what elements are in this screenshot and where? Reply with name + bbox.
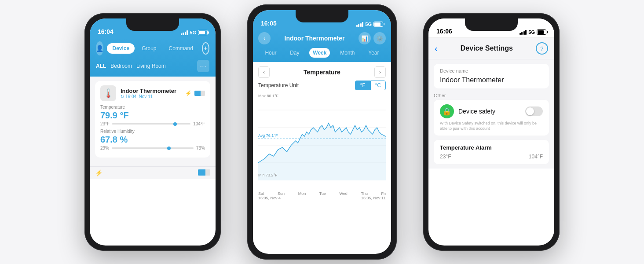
p3-battery-icon (537, 29, 546, 35)
tab-week[interactable]: Week (309, 48, 330, 58)
header-icons: 📊 ⚙️ (359, 32, 386, 44)
back-button[interactable]: ‹ (258, 32, 271, 44)
phone-3: 16:06 5G ‹ Device Settings (423, 13, 560, 251)
phone-2-time: 16:05 (261, 20, 277, 27)
humidity-row: Relative Humidity 67.8 % 29% 73% (100, 129, 205, 150)
chart-prev-button[interactable]: ‹ (258, 66, 270, 78)
device-list: 🌡️ Indoor Thermometer ↻ 16:04, Nov 11 ⚡ (90, 77, 216, 166)
label-thu: Thu (361, 191, 368, 196)
chart-x-labels: Sat Sun Mon Tue Wed Thu Fri (258, 191, 386, 196)
max-label: Max 80.1°F (258, 94, 386, 98)
chart-nav: ‹ Temperature › (258, 66, 386, 78)
temp-min-label: 23°F (100, 121, 110, 126)
settings-icon-button[interactable]: ⚙️ (373, 32, 386, 44)
hum-min-label: 29% (100, 146, 109, 150)
humidity-label: Relative Humidity (100, 129, 205, 134)
alarm-max: 104°F (529, 154, 543, 160)
device-icon: 🌡️ (100, 85, 116, 101)
date-start: 16:05, Nov 4 (258, 196, 281, 200)
filter-bedroom[interactable]: Bedroom (110, 63, 132, 69)
tab-year[interactable]: Year (365, 48, 382, 58)
device-card-header: 🌡️ Indoor Thermometer ↻ 16:04, Nov 11 ⚡ (100, 85, 205, 101)
p2-battery-fill (374, 22, 381, 26)
phone-1-notch (126, 18, 179, 31)
hum-track (112, 147, 194, 149)
tab-hour[interactable]: Hour (261, 48, 280, 58)
safety-title: Device safety (458, 108, 521, 115)
unit-fahrenheit-button[interactable]: °F (355, 81, 370, 90)
alarm-range: 23°F 104°F (440, 154, 543, 160)
tab-command[interactable]: Command (164, 43, 198, 54)
battery-fill (199, 31, 205, 34)
phone-3-status-icons: 5G (520, 29, 546, 35)
label-wed: Wed (339, 191, 347, 196)
phone-1-status-icons: 5G (181, 30, 208, 35)
device-name-label: Device name (440, 68, 543, 73)
p2-battery-icon (373, 22, 383, 27)
safety-description: With Device Safety switched on, this dev… (440, 121, 543, 131)
filter-all[interactable]: ALL (96, 63, 106, 69)
chart-next-button[interactable]: › (374, 66, 386, 78)
humidity-value: 67.8 % (100, 135, 205, 145)
safety-row: 🔒 Device safety (440, 104, 543, 118)
humidity-slider: 29% 73% (100, 146, 205, 150)
bottom-bt-icon: ⚡ (95, 169, 102, 176)
time-tabs: Hour Day Week Month Year (258, 48, 386, 58)
tab-day[interactable]: Day (286, 48, 303, 58)
temp-track (112, 123, 190, 125)
battery-meter-icon (194, 91, 205, 96)
p3-signal-icon (520, 29, 527, 35)
settings-back-button[interactable]: ‹ (435, 44, 438, 54)
phone2-title: Indoor Thermometer (285, 35, 345, 42)
device-name-section: Device name Indoor Thermometer (434, 64, 549, 88)
p2-signal-icon (356, 22, 364, 27)
phone2-nav: ‹ Indoor Thermometer 📊 ⚙️ (258, 32, 386, 44)
five-g-icon: 5G (190, 30, 196, 35)
chart-title: Temperature (304, 69, 340, 76)
date-range: 16:05, Nov 4 16:05, Nov 11 (258, 196, 386, 200)
phone-1-screen: 16:04 5G � (90, 18, 216, 246)
hum-max-label: 73% (196, 146, 205, 150)
safety-section: 🔒 Device safety With Device Safety switc… (434, 100, 549, 136)
phone-2: 16:05 5G ‹ In (247, 4, 397, 260)
support-button[interactable]: ? (536, 42, 548, 55)
app-header: 👤 Device Group Command + ALL Bedroom Liv… (90, 38, 216, 77)
profile-icon[interactable]: 👤 (96, 41, 103, 55)
more-options-button[interactable]: ··· (197, 60, 209, 72)
filter-row: ALL Bedroom Living Room ··· (96, 60, 209, 72)
alarm-section: Temperature Alarm 23°F 104°F (434, 140, 549, 164)
tab-group[interactable]: Group (136, 43, 161, 54)
phone-1: 16:04 5G � (84, 13, 221, 251)
temperature-label: Temperature (100, 105, 205, 110)
alarm-min: 23°F (440, 154, 451, 160)
label-mon: Mon (298, 191, 306, 196)
chart-container: Max 80.1°F Avg (258, 94, 386, 191)
chart-icon-button[interactable]: 📊 (359, 32, 371, 44)
nav-tabs: Device Group Command (107, 43, 198, 54)
p3-battery-fill (538, 30, 544, 34)
app-nav: 👤 Device Group Command + (96, 41, 209, 55)
add-device-button[interactable]: + (202, 42, 209, 55)
tab-device[interactable]: Device (107, 43, 135, 54)
bluetooth-icon: ⚡ (185, 90, 192, 96)
temperature-slider: 23°F 104°F (100, 121, 205, 126)
signal-bars-icon (181, 30, 188, 35)
card-icons: ⚡ (185, 90, 205, 96)
filter-living-room[interactable]: Living Room (136, 63, 166, 69)
phones-container: 16:04 5G � (84, 4, 560, 260)
device-name-value: Indoor Thermometer (440, 76, 543, 84)
unit-toggle: Temperature Unit °F °C (258, 81, 386, 90)
safety-toggle[interactable] (525, 106, 543, 116)
phone2-header: ‹ Indoor Thermometer 📊 ⚙️ Hour Day Week … (253, 29, 391, 62)
device-card[interactable]: 🌡️ Indoor Thermometer ↻ 16:04, Nov 11 ⚡ (95, 81, 210, 158)
unit-celsius-button[interactable]: °C (370, 81, 386, 90)
settings-body: Device name Indoor Thermometer Other 🔒 D… (428, 59, 554, 169)
tab-month[interactable]: Month (337, 48, 358, 58)
safety-lock-icon: 🔒 (440, 104, 454, 118)
unit-label: Temperature Unit (258, 82, 299, 88)
temperature-value: 79.9 °F (100, 110, 205, 121)
phone-2-screen: 16:05 5G ‹ In (253, 10, 391, 254)
temperature-row: Temperature 79.9 °F 23°F 104°F (100, 105, 205, 126)
label-sat: Sat (258, 191, 264, 196)
bottom-battery-icon (198, 169, 210, 176)
